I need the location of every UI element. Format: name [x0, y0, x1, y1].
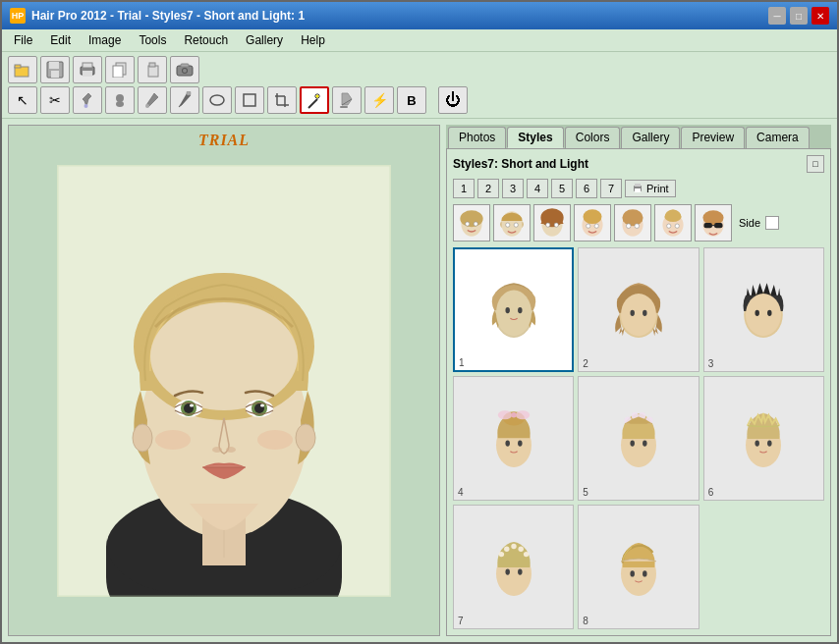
- svg-point-75: [594, 224, 598, 228]
- svg-point-98: [746, 294, 781, 336]
- svg-point-116: [755, 440, 760, 446]
- face-thumbnails-row: Side: [453, 204, 824, 242]
- tab-gallery[interactable]: Gallery: [621, 127, 680, 148]
- close-button[interactable]: ✕: [811, 7, 829, 25]
- svg-rect-60: [635, 188, 641, 192]
- svg-point-48: [212, 447, 222, 453]
- paint-bucket-tool[interactable]: [332, 86, 362, 114]
- dropper-tool[interactable]: [73, 86, 102, 114]
- style-nav-7[interactable]: 7: [600, 179, 622, 198]
- svg-point-94: [621, 294, 656, 336]
- style-nav-1[interactable]: 1: [453, 179, 475, 198]
- svg-point-99: [755, 309, 760, 315]
- minimize-button[interactable]: ─: [768, 7, 786, 25]
- face-thumb-1[interactable]: [453, 204, 490, 242]
- hair-style-4[interactable]: 4: [453, 376, 574, 501]
- hair-styles-grid: 1 2: [453, 247, 824, 629]
- hair-num-7: 7: [458, 616, 464, 626]
- camera-button[interactable]: [170, 56, 199, 83]
- svg-point-83: [675, 224, 679, 228]
- hair-style-1[interactable]: 1: [453, 247, 574, 372]
- tab-camera[interactable]: Camera: [746, 127, 810, 148]
- style-nav-2[interactable]: 2: [477, 179, 499, 198]
- print-button[interactable]: [73, 56, 102, 83]
- paste-button[interactable]: [138, 56, 167, 83]
- pen-tool[interactable]: [170, 86, 199, 114]
- scissors-tool[interactable]: ✂: [40, 86, 70, 114]
- tab-colors[interactable]: Colors: [565, 127, 621, 148]
- svg-rect-87: [714, 223, 722, 228]
- svg-point-119: [498, 551, 503, 556]
- hair-num-2: 2: [583, 358, 588, 369]
- svg-point-18: [116, 94, 124, 102]
- power-button[interactable]: ⏻: [438, 86, 468, 114]
- menu-image[interactable]: Image: [81, 31, 129, 49]
- svg-point-43: [190, 403, 194, 406]
- svg-rect-10: [148, 66, 158, 77]
- svg-rect-3: [49, 62, 59, 69]
- hair-style-5[interactable]: 5: [578, 376, 699, 501]
- face-thumb-6[interactable]: [654, 204, 692, 242]
- save-button[interactable]: [40, 56, 70, 83]
- face-thumb-5[interactable]: [614, 204, 651, 242]
- open-button[interactable]: [8, 56, 37, 83]
- print-styles-button[interactable]: Print: [625, 180, 676, 197]
- menu-gallery[interactable]: Gallery: [238, 31, 291, 49]
- svg-point-70: [546, 223, 550, 227]
- magic-wand-tool[interactable]: [300, 86, 329, 114]
- svg-rect-59: [635, 184, 641, 187]
- maximize-panel-button[interactable]: □: [807, 155, 824, 173]
- svg-point-100: [767, 309, 772, 315]
- hair-style-3[interactable]: 3: [703, 247, 824, 372]
- tab-preview[interactable]: Preview: [681, 127, 745, 148]
- svg-point-64: [474, 222, 477, 226]
- menu-edit[interactable]: Edit: [42, 31, 79, 49]
- tab-photos[interactable]: Photos: [448, 127, 506, 148]
- svg-point-16: [84, 104, 88, 108]
- copy-button[interactable]: [105, 56, 135, 83]
- blob-tool[interactable]: [105, 86, 135, 114]
- svg-point-56: [296, 424, 315, 452]
- side-checkbox[interactable]: [765, 216, 779, 230]
- crop-tool[interactable]: [267, 86, 297, 114]
- face-thumb-7[interactable]: [695, 204, 732, 242]
- app-window: HP Hair Pro 2012 - Trial - Styles7 - Sho…: [0, 0, 839, 644]
- svg-point-104: [515, 410, 529, 419]
- menu-help[interactable]: Help: [293, 31, 333, 49]
- menu-tools[interactable]: Tools: [131, 31, 174, 49]
- brush-tool[interactable]: [138, 86, 167, 114]
- tab-styles[interactable]: Styles: [507, 127, 563, 148]
- title-bar: HP Hair Pro 2012 - Trial - Styles7 - Sho…: [2, 2, 837, 29]
- menu-retouch[interactable]: Retouch: [176, 31, 236, 49]
- styles-panel: Styles7: Short and Light □ 1 2 3 4 5 6 7…: [446, 148, 831, 636]
- portrait-photo: [57, 165, 391, 597]
- svg-rect-4: [51, 71, 59, 78]
- svg-point-91: [505, 306, 510, 312]
- rect-tool[interactable]: [235, 86, 264, 114]
- svg-rect-15: [181, 64, 189, 67]
- select-tool[interactable]: ↖: [8, 86, 37, 114]
- lightning-tool[interactable]: ⚡: [364, 86, 394, 114]
- text-bold-tool[interactable]: B: [397, 86, 426, 114]
- toolbar-row-2: ↖ ✂: [8, 86, 831, 114]
- style-nav-3[interactable]: 3: [502, 179, 524, 198]
- hair-style-8[interactable]: 8: [578, 505, 699, 629]
- svg-point-67: [514, 223, 518, 227]
- maximize-button[interactable]: □: [790, 7, 808, 25]
- style-title: Styles7: Short and Light: [453, 157, 588, 171]
- svg-point-39: [150, 302, 298, 410]
- hair-num-8: 8: [583, 616, 588, 626]
- face-thumb-2[interactable]: [493, 204, 531, 242]
- hair-style-7[interactable]: 7: [453, 505, 574, 629]
- style-nav-4[interactable]: 4: [527, 179, 548, 198]
- hair-style-2[interactable]: 2: [578, 247, 699, 372]
- face-thumb-3[interactable]: [533, 204, 571, 242]
- svg-point-95: [630, 309, 635, 315]
- svg-point-122: [518, 546, 523, 551]
- style-nav-6[interactable]: 6: [576, 179, 597, 198]
- menu-file[interactable]: File: [6, 31, 40, 49]
- face-thumb-4[interactable]: [574, 204, 611, 242]
- hair-style-6[interactable]: 6: [703, 376, 824, 501]
- oval-tool[interactable]: [202, 86, 232, 114]
- style-nav-5[interactable]: 5: [551, 179, 573, 198]
